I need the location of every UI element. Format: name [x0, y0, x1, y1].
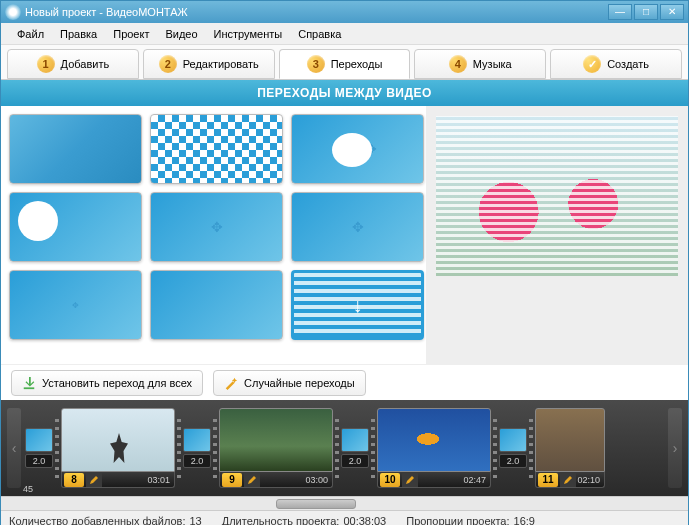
transitions-grid[interactable]: ✥ ✥ ✥ ✥ ✥: [1, 106, 426, 364]
check-icon: ✓: [583, 55, 601, 73]
svg-rect-0: [24, 387, 35, 389]
clip-infobar: 9 03:00: [219, 472, 333, 488]
step-number-icon: 4: [449, 55, 467, 73]
tab-create[interactable]: ✓ Создать: [550, 49, 682, 79]
menu-project[interactable]: Проект: [105, 26, 157, 42]
status-ratio-label: Пропорции проекта:: [406, 515, 509, 526]
tab-music[interactable]: 4 Музыка: [414, 49, 546, 79]
transition-item[interactable]: [150, 114, 283, 184]
menu-tools[interactable]: Инструменты: [206, 26, 291, 42]
move-icon: ✥: [365, 141, 377, 157]
tab-edit[interactable]: 2 Редактировать: [143, 49, 275, 79]
edit-clip-button[interactable]: [244, 473, 260, 487]
tab-label: Редактировать: [183, 58, 259, 70]
clip-number: 11: [538, 473, 558, 487]
transition-thumb-icon: [499, 428, 527, 452]
clip-thumbnail: [535, 408, 605, 472]
tab-add[interactable]: 1 Добавить: [7, 49, 139, 79]
clip-infobar: 10 02:47: [377, 472, 491, 488]
app-window: Новый проект - ВидеоМОНТАЖ — □ ✕ Файл Пр…: [0, 0, 689, 525]
pencil-icon: [405, 475, 415, 485]
edit-clip-button[interactable]: [402, 473, 418, 487]
timeline-scrollbar[interactable]: [1, 496, 688, 510]
clip-infobar: 11 02:10: [535, 472, 605, 488]
preview-panel: [426, 106, 688, 364]
button-label: Установить переход для всех: [42, 377, 192, 389]
titlebar: Новый проект - ВидеоМОНТАЖ — □ ✕: [1, 1, 688, 23]
timeline-transition[interactable]: 2.0: [499, 428, 527, 468]
transition-thumb-icon: [341, 428, 369, 452]
transition-item[interactable]: ✥: [9, 192, 142, 262]
section-header: ПЕРЕХОДЫ МЕЖДУ ВИДЕО: [1, 80, 688, 106]
status-files-label: Количество добавленных файлов:: [9, 515, 185, 526]
transition-thumb-icon: [183, 428, 211, 452]
transition-item[interactable]: [9, 114, 142, 184]
timeline-transition[interactable]: 2.0: [341, 428, 369, 468]
timeline-clip[interactable]: 10 02:47: [377, 408, 491, 488]
tab-transitions[interactable]: 3 Переходы: [279, 49, 411, 79]
clip-thumbnail: [377, 408, 491, 472]
app-icon: [5, 4, 21, 20]
dots-separator-icon: [371, 418, 375, 478]
apply-all-button[interactable]: Установить переход для всех: [11, 370, 203, 396]
transition-duration: 2.0: [25, 454, 53, 468]
dots-separator-icon: [335, 418, 339, 478]
timeline-content[interactable]: 2.0 8 03:01 2.0 9: [21, 408, 668, 488]
timeline-prev-index: 45: [23, 484, 33, 494]
status-files-count: 13: [189, 515, 201, 526]
status-ratio-value: 16:9: [514, 515, 535, 526]
menu-video[interactable]: Видео: [157, 26, 205, 42]
timeline-clip[interactable]: 9 03:00: [219, 408, 333, 488]
transition-duration: 2.0: [183, 454, 211, 468]
move-icon: ✥: [211, 219, 223, 235]
timeline-next-button[interactable]: ›: [668, 408, 682, 488]
menu-edit[interactable]: Правка: [52, 26, 105, 42]
transition-item[interactable]: [150, 270, 283, 340]
transition-duration: 2.0: [499, 454, 527, 468]
maximize-button[interactable]: □: [634, 4, 658, 20]
step-number-icon: 1: [37, 55, 55, 73]
minimize-button[interactable]: —: [608, 4, 632, 20]
transition-duration: 2.0: [341, 454, 369, 468]
tab-label: Добавить: [61, 58, 110, 70]
menu-help[interactable]: Справка: [290, 26, 349, 42]
close-button[interactable]: ✕: [660, 4, 684, 20]
download-icon: [22, 376, 36, 390]
transition-item[interactable]: ✥: [150, 192, 283, 262]
tab-label: Переходы: [331, 58, 383, 70]
dots-separator-icon: [493, 418, 497, 478]
move-icon: ✥: [352, 219, 364, 235]
clip-duration: 02:47: [418, 475, 490, 485]
timeline-prev-button[interactable]: ‹: [7, 408, 21, 488]
transition-item[interactable]: ✥: [291, 192, 424, 262]
pencil-icon: [563, 475, 573, 485]
menu-file[interactable]: Файл: [9, 26, 52, 42]
step-number-icon: 3: [307, 55, 325, 73]
timeline-transition[interactable]: 2.0: [183, 428, 211, 468]
step-number-icon: 2: [159, 55, 177, 73]
clip-duration: 02:10: [576, 475, 604, 485]
scrollbar-thumb[interactable]: [276, 499, 356, 509]
random-button[interactable]: Случайные переходы: [213, 370, 366, 396]
statusbar: Количество добавленных файлов: 13 Длител…: [1, 510, 688, 525]
dots-separator-icon: [55, 418, 59, 478]
window-title: Новый проект - ВидеоМОНТАЖ: [25, 6, 606, 18]
menubar: Файл Правка Проект Видео Инструменты Спр…: [1, 23, 688, 45]
clip-thumbnail: [61, 408, 175, 472]
clip-duration: 03:00: [260, 475, 332, 485]
clip-number: 10: [380, 473, 400, 487]
wand-icon: [224, 376, 238, 390]
transition-item[interactable]: ✥: [291, 114, 424, 184]
dots-separator-icon: [213, 418, 217, 478]
timeline-clip[interactable]: 11 02:10: [535, 408, 605, 488]
clip-number: 9: [222, 473, 242, 487]
timeline-clip[interactable]: 8 03:01: [61, 408, 175, 488]
transition-preview: [436, 116, 678, 276]
clip-number: 8: [64, 473, 84, 487]
timeline-transition[interactable]: 2.0: [25, 428, 53, 468]
transition-item[interactable]: ✥: [9, 270, 142, 340]
clip-thumbnail: [219, 408, 333, 472]
edit-clip-button[interactable]: [86, 473, 102, 487]
transition-item-selected[interactable]: [291, 270, 424, 340]
edit-clip-button[interactable]: [560, 473, 576, 487]
